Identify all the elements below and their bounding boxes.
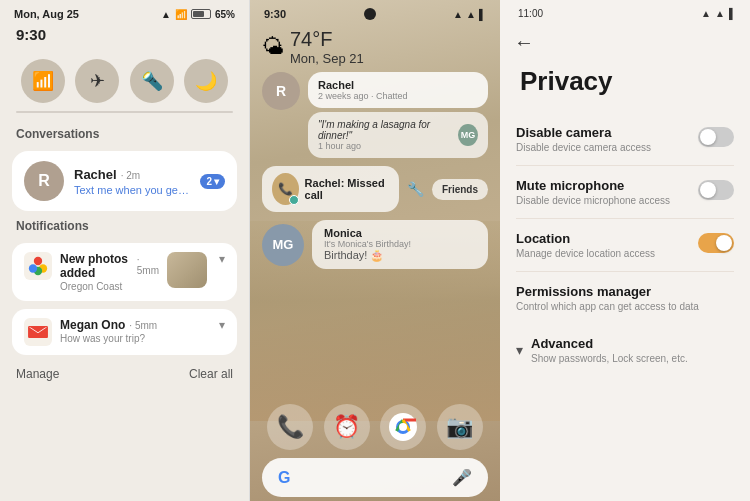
rachel-quote: "I'm making a lasagna for dinner!" xyxy=(318,119,452,141)
monica-bubble[interactable]: Monica It's Monica's Birthday! Birthday!… xyxy=(312,220,488,269)
svg-point-7 xyxy=(399,423,407,431)
rachel-time: · 2m xyxy=(121,170,140,181)
toggle-knob-location xyxy=(716,235,732,251)
megan-notif-msg: How was your trip? xyxy=(60,333,207,344)
manage-btn[interactable]: Manage xyxy=(16,367,59,381)
permissions-item[interactable]: Permissions manager Control which app ca… xyxy=(516,272,734,324)
rachel-conv-card[interactable]: R Rachel · 2m Text me when you get here!… xyxy=(12,151,237,211)
time-mid: 9:30 xyxy=(264,8,286,20)
rachel-bubble-sub: 2 weeks ago · Chatted xyxy=(318,91,478,101)
wrench-icon: 🔧 xyxy=(407,181,424,197)
rachel-bubble-row: R Rachel 2 weeks ago · Chatted "I'm maki… xyxy=(262,72,488,158)
mute-mic-desc: Disable device microphone access xyxy=(516,195,690,206)
svg-point-3 xyxy=(29,264,37,272)
camera-dock-icon[interactable]: 📷 xyxy=(437,404,483,450)
airplane-qs-btn[interactable]: ✈ xyxy=(75,59,119,103)
friends-badge[interactable]: Friends xyxy=(432,179,488,200)
photos-notif-sub: Oregon Coast xyxy=(60,281,159,292)
signal-right-icon: ▲ xyxy=(715,8,725,19)
middle-panel: 9:30 ▲ ▲ ▌ 🌤 74°F Mon, Sep 21 R Rachel 2… xyxy=(250,0,500,501)
missed-call-label: Rachel: Missed call xyxy=(305,177,389,201)
photos-notif[interactable]: New photos added · 5mm Oregon Coast ▾ xyxy=(12,243,237,301)
battery-pct-left: 65% xyxy=(215,9,235,20)
toggle-knob-camera xyxy=(700,129,716,145)
signal-mid-icon: ▲ xyxy=(453,9,463,20)
mute-mic-text: Mute microphone Disable device microphon… xyxy=(516,178,690,206)
svg-point-0 xyxy=(34,257,42,265)
mute-mic-item[interactable]: Mute microphone Disable device microphon… xyxy=(516,166,734,219)
time-right: 11:00 xyxy=(514,8,543,19)
missed-call-bubble[interactable]: 📞 Rachel: Missed call xyxy=(262,166,399,212)
widgets-area: 🌤 74°F Mon, Sep 21 R Rachel 2 weeks ago … xyxy=(250,22,500,281)
signal-icon-left: 📶 xyxy=(175,9,187,20)
mic-icon[interactable]: 🎤 xyxy=(452,468,472,487)
back-button[interactable]: ← xyxy=(500,23,750,62)
disable-camera-text: Disable camera Disable device camera acc… xyxy=(516,125,690,153)
clock-dock-icon[interactable]: ⏰ xyxy=(324,404,370,450)
photos-notif-title: New photos added xyxy=(60,252,133,280)
clear-all-btn[interactable]: Clear all xyxy=(189,367,233,381)
photos-notif-content: New photos added · 5mm Oregon Coast xyxy=(60,252,159,292)
weather-icon: 🌤 xyxy=(262,34,284,60)
left-panel: Mon, Aug 25 ▲ 📶 65% 9:30 📶 ✈ 🔦 🌙 Convers… xyxy=(0,0,250,501)
settings-list: Disable camera Disable device camera acc… xyxy=(500,113,750,324)
disable-camera-label: Disable camera xyxy=(516,125,690,140)
advanced-row[interactable]: ▾ Advanced Show passwords, Lock screen, … xyxy=(500,324,750,376)
status-bar-right: 11:00 ▲ ▲ ▌ xyxy=(500,0,750,23)
clock-icon: ⏰ xyxy=(333,414,360,440)
disable-camera-item[interactable]: Disable camera Disable device camera acc… xyxy=(516,113,734,166)
temperature: 74°F xyxy=(290,28,364,51)
moon-qs-btn[interactable]: 🌙 xyxy=(184,59,228,103)
chevron-down-icon: ▾ xyxy=(214,176,219,187)
birthday-label: Birthday! 🎂 xyxy=(324,249,476,262)
permissions-desc: Control which app can get access to data xyxy=(516,301,734,312)
search-bar[interactable]: G 🎤 xyxy=(262,458,488,497)
weather-widget: 🌤 74°F Mon, Sep 21 xyxy=(262,28,488,66)
photo-thumbnail xyxy=(167,252,207,288)
location-desc: Manage device location access xyxy=(516,248,690,259)
toggle-knob-mic xyxy=(700,182,716,198)
conversations-label: Conversations xyxy=(0,123,249,147)
megan-notif-time: · 5mm xyxy=(129,320,157,331)
permissions-label: Permissions manager xyxy=(516,284,734,299)
mute-mic-toggle[interactable] xyxy=(698,180,734,200)
disable-camera-toggle[interactable] xyxy=(698,127,734,147)
wifi-qs-btn[interactable]: 📶 xyxy=(21,59,65,103)
rachel-message: Text me when you get here! xyxy=(74,184,190,196)
chevron-down-advanced-icon: ▾ xyxy=(516,342,523,358)
phone-icon: 📞 xyxy=(277,414,304,440)
status-bar-mid: 9:30 ▲ ▲ ▌ xyxy=(250,0,500,22)
megan-notif-title: Megan Ono xyxy=(60,318,125,332)
call-avatar: 📞 xyxy=(272,173,299,205)
disable-camera-desc: Disable device camera access xyxy=(516,142,690,153)
status-icons-left: ▲ 📶 65% xyxy=(161,9,235,20)
chrome-dock-icon[interactable] xyxy=(380,404,426,450)
expand-photos-icon[interactable]: ▾ xyxy=(219,252,225,266)
monica-sub: It's Monica's Birthday! xyxy=(324,239,476,249)
battery-bar-left xyxy=(191,9,211,19)
location-toggle[interactable] xyxy=(698,233,734,253)
google-photos-icon xyxy=(24,252,52,280)
dock-icons: 📞 ⏰ 📷 xyxy=(262,404,488,450)
airplane-icon: ✈ xyxy=(90,70,105,92)
dock-area: 📞 ⏰ 📷 G 🎤 xyxy=(250,396,500,501)
rachel-bubble[interactable]: Rachel 2 weeks ago · Chatted xyxy=(308,72,488,108)
expand-megan-icon[interactable]: ▾ xyxy=(219,318,225,332)
rachel-avatar: R xyxy=(24,161,64,201)
battery-mid-icon: ▌ xyxy=(479,9,486,20)
google-logo: G xyxy=(278,469,290,487)
flashlight-qs-btn[interactable]: 🔦 xyxy=(130,59,174,103)
date-left: Mon, Aug 25 xyxy=(14,8,79,20)
phone-dock-icon[interactable]: 📞 xyxy=(267,404,313,450)
rachel-quote-bubble[interactable]: "I'm making a lasagna for dinner!" 1 hou… xyxy=(308,112,488,158)
location-item[interactable]: Location Manage device location access xyxy=(516,219,734,272)
time-left: 9:30 xyxy=(0,24,249,49)
mg-avatar: MG xyxy=(262,224,304,266)
monica-mini-avatar: MG xyxy=(458,124,478,146)
right-panel: 11:00 ▲ ▲ ▌ ← Privacy Disable camera Dis… xyxy=(500,0,750,501)
photos-notif-time: · 5mm xyxy=(137,254,159,276)
megan-notif-content: Megan Ono · 5mm How was your trip? xyxy=(60,318,207,344)
megan-notif[interactable]: Megan Ono · 5mm How was your trip? ▾ xyxy=(12,309,237,355)
location-text: Location Manage device location access xyxy=(516,231,690,259)
rachel-bubble-name: Rachel xyxy=(318,79,478,91)
